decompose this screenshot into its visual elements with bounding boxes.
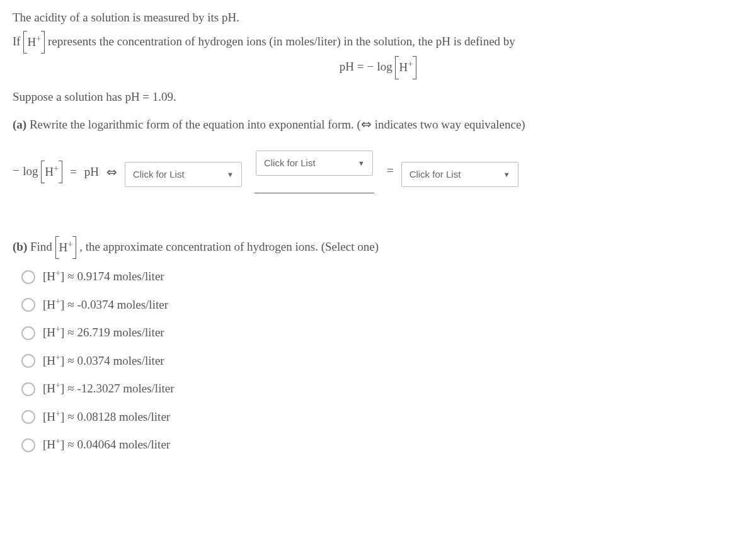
h-plus-bracket-eq: H+	[395, 57, 416, 78]
h-plus-bracket: H+	[23, 32, 45, 53]
dropdown-right[interactable]: Click for List ▼	[401, 162, 518, 188]
radio-icon	[21, 438, 35, 452]
option-text: [H+] ≈ 0.04064 moles/liter	[43, 436, 170, 454]
part-b-find: Find	[27, 240, 55, 253]
part-a-prompt: (a) Rewrite the logarithmic form of the …	[13, 115, 743, 134]
eq-sign: =	[354, 60, 367, 73]
H-letter-eq: H	[399, 60, 408, 74]
h-plus-bracket-2: H+	[41, 162, 62, 183]
part-b-rest: , the approximate concentration of hydro…	[76, 240, 379, 253]
H-letter: H	[27, 35, 36, 48]
part-b-prompt: (b) Find H+ , the approximate concentrat…	[13, 237, 743, 258]
lhs-group: − log H+ = pH ⇔	[13, 151, 117, 183]
chevron-down-icon: ▼	[358, 158, 365, 169]
plus-sup-2: +	[54, 163, 59, 173]
H-letter-2: H	[45, 165, 54, 178]
minus-sign: −	[367, 58, 374, 76]
radio-list: [H+] ≈ 0.9174 moles/liter [H+] ≈ -0.0374…	[21, 268, 743, 454]
intro-line2: If H+ represents the concentration of hy…	[13, 32, 743, 53]
part-a-text1: Rewrite the logarithmic form of the equa…	[26, 118, 361, 131]
dropdown-left[interactable]: Click for List ▼	[125, 162, 242, 188]
option-text: [H+] ≈ 0.08128 moles/liter	[43, 408, 170, 426]
radio-icon	[21, 354, 35, 368]
plus-sup-3: +	[67, 239, 72, 249]
log-text-2: log	[20, 164, 41, 177]
radio-option[interactable]: [H+] ≈ 26.719 moles/liter	[21, 324, 743, 342]
definition-equation: pH = − log H+	[13, 57, 743, 78]
radio-option[interactable]: [H+] ≈ -0.0374 moles/liter	[21, 296, 743, 314]
text-represents: represents the concentration of hydrogen…	[45, 34, 515, 47]
dropdown-exponent[interactable]: Click for List ▼	[256, 151, 373, 176]
h-plus-bracket-3: H+	[55, 237, 77, 258]
iff-inline: ⇔	[361, 117, 372, 131]
intro-line1: The acidity of a solution is measured by…	[13, 9, 743, 27]
dropdown-right-label: Click for List	[410, 168, 461, 182]
plus-sup: +	[36, 33, 41, 43]
radio-icon	[21, 382, 35, 396]
text-if: If	[13, 34, 23, 47]
blank-base-line	[255, 180, 374, 193]
part-b-label: (b)	[13, 240, 27, 253]
option-text: [H+] ≈ 0.0374 moles/liter	[43, 352, 164, 370]
dropdown-3-group: Click for List ▼	[401, 151, 518, 188]
H-letter-3: H	[59, 241, 68, 254]
dropdown-left-label: Click for List	[133, 168, 185, 182]
middle-stack: Click for List ▼	[249, 151, 379, 193]
radio-option[interactable]: [H+] ≈ 0.08128 moles/liter	[21, 408, 743, 426]
option-text: [H+] ≈ 0.9174 moles/liter	[43, 268, 164, 286]
equation-row: − log H+ = pH ⇔ Click for List ▼ Click f…	[13, 151, 743, 193]
plus-sup-eq: +	[408, 59, 413, 69]
option-text: [H+] ≈ 26.719 moles/liter	[43, 324, 164, 342]
radio-icon	[21, 298, 35, 312]
chevron-down-icon: ▼	[503, 169, 510, 180]
pH-lhs: pH	[340, 60, 354, 73]
equals-2-group: =	[387, 151, 394, 180]
log-text: log	[374, 60, 396, 73]
radio-option[interactable]: [H+] ≈ 0.9174 moles/liter	[21, 268, 743, 286]
radio-option[interactable]: [H+] ≈ 0.04064 moles/liter	[21, 436, 743, 454]
dropdown-1-group: Click for List ▼	[125, 151, 242, 188]
dropdown-exponent-label: Click for List	[264, 156, 316, 171]
pH-text: pH	[84, 163, 99, 181]
option-text: [H+] ≈ -12.3027 moles/liter	[43, 380, 174, 398]
equals-2: =	[387, 162, 394, 180]
radio-icon	[21, 326, 35, 340]
part-a-label: (a)	[13, 118, 26, 131]
lhs-expr: − log H+	[13, 162, 62, 183]
iff-symbol: ⇔	[106, 163, 117, 181]
radio-option[interactable]: [H+] ≈ -12.3027 moles/liter	[21, 380, 743, 398]
part-a-text2: indicates two way equivalence)	[372, 118, 525, 131]
equals-1: =	[70, 163, 77, 181]
radio-option[interactable]: [H+] ≈ 0.0374 moles/liter	[21, 352, 743, 370]
option-text: [H+] ≈ -0.0374 moles/liter	[43, 296, 168, 314]
radio-icon	[21, 410, 35, 424]
minus-sign-2: −	[13, 162, 20, 180]
chevron-down-icon: ▼	[227, 169, 234, 180]
suppose-line: Suppose a solution has pH = 1.09.	[13, 88, 743, 106]
radio-icon	[21, 270, 35, 284]
